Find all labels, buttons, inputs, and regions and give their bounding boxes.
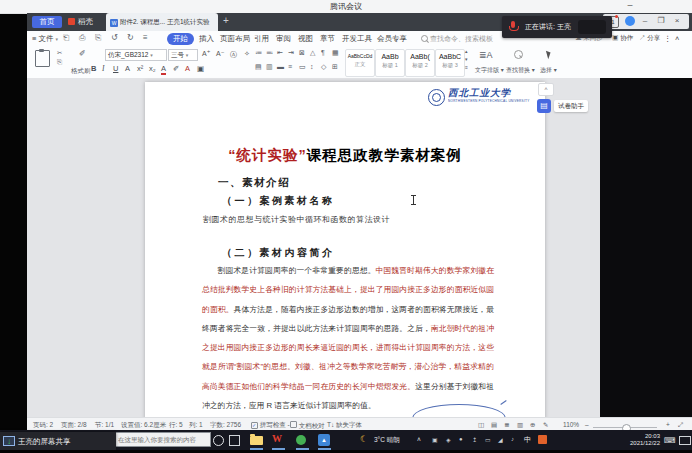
- style-heading2[interactable]: AaBb(标题 2: [405, 49, 435, 77]
- bullets-icon[interactable]: ≔: [255, 49, 262, 57]
- exam-assistant-icon[interactable]: ▤: [537, 99, 551, 113]
- align-center-icon[interactable]: ▥: [266, 63, 273, 71]
- tab-docer[interactable]: 稻壳: [68, 16, 93, 28]
- shading-icon[interactable]: ◇: [321, 63, 326, 71]
- taskbar-search-input[interactable]: [113, 432, 211, 447]
- wps-taskbar-icon[interactable]: W: [272, 433, 282, 444]
- find-replace-label[interactable]: 查找替换 ▾: [506, 66, 535, 75]
- save-icon[interactable]: ⎗: [63, 33, 69, 43]
- wps-maximize-button[interactable]: ❐: [655, 15, 667, 27]
- strikethrough-button[interactable]: A: [125, 64, 130, 73]
- borders-icon[interactable]: ⊞: [332, 63, 338, 71]
- sort-icon[interactable]: △: [310, 49, 315, 57]
- tray-icon-4[interactable]: ↥: [472, 436, 477, 443]
- meeting-video-panel[interactable]: [600, 78, 692, 417]
- new-tab-button[interactable]: +: [223, 15, 229, 26]
- zoom-level[interactable]: 110%: [563, 421, 579, 428]
- more-tools-icon[interactable]: ≡: [143, 33, 148, 42]
- eye-protect-icon[interactable]: ◫: [478, 421, 484, 429]
- wps-close-button[interactable]: ×: [671, 15, 683, 27]
- missing-font-button[interactable]: T↓ 缺失字体: [327, 421, 362, 430]
- page-view-icon[interactable]: ▤: [491, 421, 497, 429]
- wps-minimize-button[interactable]: –: [639, 15, 651, 27]
- collapse-ribbon-icon[interactable]: ˄: [675, 34, 679, 43]
- print-preview-icon[interactable]: ⎘: [95, 33, 101, 43]
- collaborate-button[interactable]: ▣ 协作: [612, 34, 633, 43]
- battery-icon[interactable]: ▭: [485, 436, 491, 443]
- asian-layout-icon[interactable]: ⊠: [299, 49, 305, 57]
- style-heading1[interactable]: AaBb标题 1: [375, 49, 405, 77]
- zoom-in-button[interactable]: +: [666, 421, 670, 428]
- menu-item-member[interactable]: 会员专享: [377, 34, 407, 44]
- outline-view-icon[interactable]: ≣: [504, 421, 509, 429]
- web-view-icon[interactable]: ⊕: [530, 421, 535, 429]
- fullscreen-icon[interactable]: ⤢: [678, 421, 683, 429]
- show-marks-icon[interactable]: ¶: [321, 49, 325, 56]
- superscript-button[interactable]: x²: [137, 64, 143, 73]
- account-avatar[interactable]: [625, 16, 635, 26]
- distribute-icon[interactable]: ▭: [299, 63, 306, 71]
- numbering-icon[interactable]: ≕: [266, 49, 273, 57]
- multipage-view-icon[interactable]: ▥: [517, 421, 523, 429]
- style-gallery-up-icon[interactable]: ▴: [465, 48, 468, 54]
- action-center-icon[interactable]: [679, 436, 691, 445]
- text-effects-icon[interactable]: ✧: [244, 50, 250, 58]
- underline-button[interactable]: U: [113, 64, 118, 73]
- shrink-font-icon[interactable]: A⁻: [216, 50, 224, 58]
- char-color-button[interactable]: A: [185, 64, 190, 73]
- clear-format-icon[interactable]: Ⓐ: [230, 50, 237, 60]
- format-painter-icon[interactable]: ✐: [79, 49, 86, 58]
- screen-share-banner[interactable]: ↓ 王亮的屏幕共享: [0, 432, 116, 450]
- file-explorer-icon[interactable]: [250, 436, 263, 445]
- font-color-button[interactable]: A: [161, 64, 166, 75]
- exam-assistant-label[interactable]: 试卷助手: [554, 100, 588, 112]
- align-left-icon[interactable]: ▤: [255, 63, 262, 71]
- command-search[interactable]: 查找命令、搜索模板: [421, 34, 493, 44]
- task-view-icon[interactable]: [229, 435, 240, 446]
- style-normal[interactable]: AaBbCcDd正文: [345, 49, 375, 77]
- align-right-icon[interactable]: ▬: [277, 63, 284, 70]
- tab-home[interactable]: 首页: [32, 16, 62, 28]
- weather-widget[interactable]: 3°C 晴朗: [374, 436, 400, 445]
- share-button[interactable]: ↗ 分享: [639, 34, 660, 43]
- subscript-button[interactable]: x₂: [149, 64, 156, 73]
- format-painter-label[interactable]: 格式刷: [71, 67, 91, 76]
- italic-button[interactable]: I: [102, 64, 105, 73]
- cortana-icon[interactable]: [213, 435, 224, 446]
- menu-item-dev-tools[interactable]: 开发工具: [342, 34, 372, 44]
- status-word-count[interactable]: 字数: 2756: [210, 421, 241, 430]
- paste-button[interactable]: [35, 50, 50, 67]
- tray-icon-3[interactable]: ●: [459, 436, 463, 442]
- select-tool-label[interactable]: 选择 ▾: [540, 66, 557, 75]
- meeting-app-icon[interactable]: ▲: [318, 434, 330, 446]
- style-gallery-down-icon[interactable]: ▾: [465, 56, 468, 62]
- bold-button[interactable]: B: [91, 64, 96, 73]
- edit-mode-icon[interactable]: ✎: [543, 421, 548, 429]
- tray-icon-1[interactable]: ▣: [432, 436, 438, 443]
- tab-document[interactable]: W附件2. 课程思... 王亮1统计实验◎×: [106, 13, 218, 31]
- tray-icon-2[interactable]: ◈: [446, 436, 451, 443]
- zoom-out-button[interactable]: –: [585, 421, 589, 428]
- redo-icon[interactable]: ↻: [127, 33, 134, 42]
- meeting-minimize-button[interactable]: –: [622, 0, 638, 12]
- volume-icon[interactable]: ♪: [511, 436, 514, 442]
- menu-item-review[interactable]: 审阅: [276, 34, 291, 44]
- touch-keyboard-icon[interactable]: ⌨: [664, 436, 676, 445]
- ime-icon[interactable]: [538, 435, 547, 444]
- copy-icon[interactable]: ⎘: [57, 58, 62, 66]
- menu-item-references[interactable]: 引用: [254, 34, 269, 44]
- layout-grid-icon[interactable]: ▦: [332, 49, 339, 57]
- spellcheck-toggle[interactable]: ✓ 拼写检查 -: [251, 421, 290, 430]
- undo-icon[interactable]: ↺: [111, 33, 118, 42]
- menu-item-view[interactable]: 视图: [298, 34, 313, 44]
- green-app-icon[interactable]: [296, 435, 306, 445]
- grow-font-icon[interactable]: A⁺: [202, 50, 210, 58]
- print-icon[interactable]: ⎙: [79, 33, 85, 43]
- menu-item-page-layout[interactable]: 页面布局: [220, 34, 250, 44]
- justify-icon[interactable]: ≡: [288, 63, 292, 70]
- highlight-button[interactable]: ✐: [173, 64, 179, 73]
- cut-icon[interactable]: ✂: [57, 49, 62, 57]
- font-size-select[interactable]: 三号 ▾: [168, 49, 198, 61]
- document-page[interactable]: 西北工业大学 NORTHWESTERN POLYTECHNICAL UNIVER…: [145, 82, 545, 430]
- network-icon[interactable]: ◢: [498, 436, 503, 443]
